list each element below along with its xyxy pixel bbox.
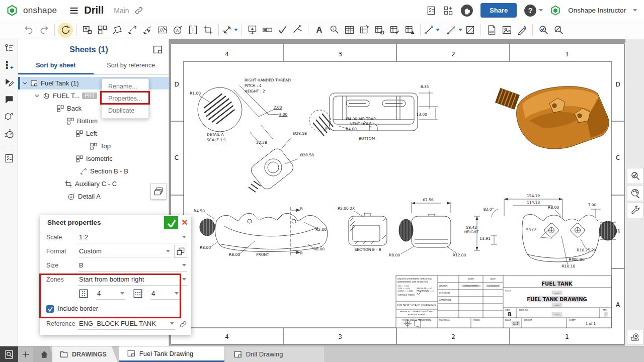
chevron-down-icon[interactable] (234, 29, 238, 31)
document-menu-icon[interactable] (69, 6, 79, 16)
zone-rows-select[interactable]: 4 (150, 288, 180, 300)
sketch-spline-tool-button[interactable] (514, 23, 529, 38)
comments-button[interactable] (4, 95, 14, 105)
measure-button[interactable] (627, 330, 643, 345)
undo-tool-button[interactable] (21, 23, 36, 38)
broken-out-section-icon (157, 25, 168, 35)
chevron-down-icon[interactable] (436, 29, 440, 31)
size-select[interactable]: B (78, 259, 187, 272)
surface-finish-tool-button[interactable] (290, 23, 305, 38)
tree-item-auxiliary-c-c[interactable]: Auxiliary C - C (18, 177, 169, 190)
zones-select[interactable]: Start from bottom right (78, 274, 187, 286)
copy-format-button[interactable] (174, 245, 187, 258)
cut-list-table-tool-button[interactable] (402, 23, 417, 38)
versions-and-history-button[interactable] (4, 60, 14, 70)
datum-tool-button[interactable] (275, 23, 290, 38)
history-timer-button[interactable] (4, 129, 14, 139)
tree-item-top[interactable]: Top (18, 140, 169, 152)
help-caret-icon[interactable] (539, 9, 543, 12)
view-icon (56, 105, 64, 113)
table-tool-button[interactable] (342, 23, 357, 38)
tab-fuel-tank-drawing[interactable]: Fuel Tank Drawing (119, 346, 224, 362)
tab-sort-by-sheet[interactable]: Sort by sheet (18, 58, 94, 74)
geometric-tolerance-tool-button[interactable] (260, 23, 275, 38)
broken-out-section-tool-button[interactable] (155, 23, 170, 38)
sheet-text: R8.00 (200, 245, 211, 250)
sheet-text: TITLE (505, 290, 511, 292)
app-store-icon[interactable] (443, 6, 453, 16)
revision-table-tool-button[interactable] (387, 23, 402, 38)
tab-drill-drawing[interactable]: Drill Drawing (225, 346, 324, 362)
drawing-canvas[interactable]: 43214321DCBADCBARIGHT HANDED THREADPITCH… (169, 39, 644, 346)
tree-item-left[interactable]: Left (18, 127, 169, 140)
projected-view-tool-button[interactable] (95, 23, 110, 38)
auxiliary-view-tool-button[interactable] (110, 23, 125, 38)
menu-item-rename[interactable]: Rename... (102, 80, 148, 93)
offset-section-view-tool-button[interactable] (140, 23, 155, 38)
reference-link-icon[interactable] (179, 320, 187, 328)
folder-tab-drawings[interactable]: DRAWINGS (52, 346, 118, 362)
menu-item-properties[interactable]: Properties... (102, 93, 148, 105)
user-caret-icon[interactable] (633, 9, 637, 12)
reference-select[interactable]: ENG_BLOCK FUEL TANK (78, 318, 175, 330)
insert-image-tool-button[interactable] (499, 23, 514, 38)
format-select[interactable]: Custom (78, 245, 171, 257)
text-tool-button[interactable] (311, 23, 327, 38)
insert-image-icon (502, 25, 512, 35)
sheet-text: B (508, 312, 512, 317)
hide-inspect-tool-button[interactable] (551, 23, 566, 38)
show-inspect-tool-button[interactable] (536, 23, 551, 38)
bom-table-tool-button[interactable] (357, 23, 372, 38)
scale-select[interactable]: 1:2 (78, 231, 187, 243)
tree-item-isometric[interactable]: Isometric (18, 152, 169, 165)
home-tab-button[interactable] (33, 346, 55, 362)
add-sheet-icon[interactable] (152, 44, 164, 55)
expand-chevron-icon[interactable] (22, 80, 28, 86)
sheet-text: THIRD ANGLE PROJECTION (401, 319, 431, 321)
dimension-tool-button[interactable] (222, 23, 238, 38)
expand-chevron-icon[interactable] (34, 93, 40, 99)
branch-name[interactable]: Main (114, 7, 129, 15)
user-menu[interactable]: Onshape Instructor (568, 7, 626, 14)
hatch-fill-tool-button[interactable] (462, 23, 477, 38)
zone-columns-select[interactable]: 4 (96, 288, 125, 300)
appearance-button[interactable] (627, 185, 643, 201)
learning-center-icon[interactable] (460, 4, 473, 17)
note-tool-button[interactable] (245, 23, 260, 38)
tree-item-detail-a[interactable]: Detail A (18, 190, 169, 203)
callout-tool-button[interactable] (327, 23, 342, 38)
drawing-tools-button[interactable] (627, 202, 643, 218)
checklist-panel-button[interactable] (4, 153, 14, 163)
collapse-panel-button[interactable] (150, 184, 167, 200)
tree-item-section-b-b[interactable]: Section B - B (18, 165, 169, 177)
chevron-down-icon[interactable] (458, 29, 462, 31)
update-views-tool-button[interactable] (58, 23, 73, 38)
tab-label: Drill Drawing (246, 350, 283, 358)
link-icon[interactable] (134, 6, 143, 15)
search-tabs-button[interactable] (0, 346, 18, 362)
export-dxf-tool-button[interactable] (484, 23, 499, 38)
confirm-button[interactable] (164, 216, 178, 229)
section-view-tool-button[interactable] (125, 23, 140, 38)
help-icon[interactable] (524, 4, 537, 17)
part-help-button[interactable] (4, 112, 14, 122)
share-button[interactable]: Share (480, 3, 517, 18)
redo-tool-button[interactable] (36, 23, 51, 38)
sheet-text: FUEL TANK (541, 281, 573, 287)
tab-sort-by-reference[interactable]: Sort by reference (94, 58, 169, 74)
cancel-button[interactable]: ✕ (178, 216, 191, 229)
validate-button[interactable] (627, 168, 643, 184)
detail-view-tool-button[interactable] (170, 23, 185, 38)
insert-view-tool-button[interactable] (79, 23, 95, 38)
include-border-checkbox[interactable] (46, 305, 54, 313)
line-style-tool-button[interactable] (446, 23, 462, 38)
break-view-tool-button[interactable] (185, 23, 200, 38)
sketch-line-tool-button[interactable] (424, 23, 440, 38)
add-tab-button[interactable] (18, 346, 33, 362)
crop-view-tool-button[interactable] (200, 23, 215, 38)
hole-table-tool-button[interactable] (372, 23, 387, 38)
menu-item-duplicate[interactable]: Duplicate (102, 105, 148, 117)
edit-in-context-button[interactable] (4, 77, 14, 87)
feature-list-button[interactable] (4, 43, 14, 53)
tasks-icon[interactable] (426, 6, 436, 16)
